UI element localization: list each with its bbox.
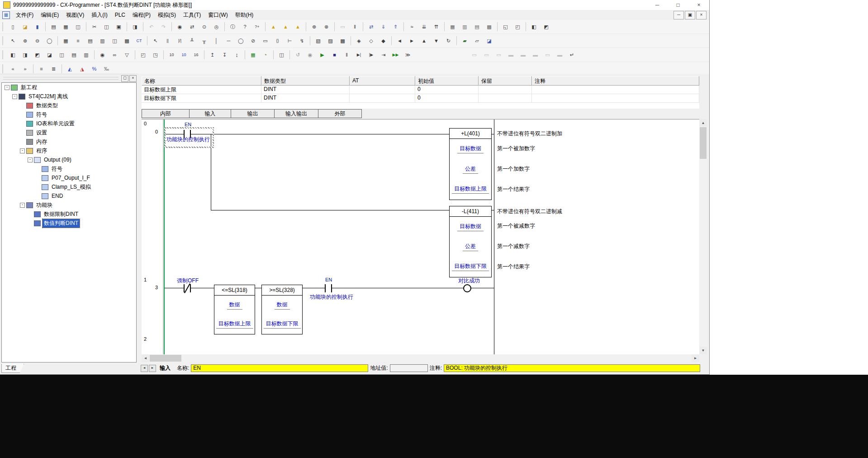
tree-item-fb-data-limit[interactable]: 数据限制DINT [2, 210, 136, 219]
fb-parameter-button[interactable]: ⊢ [284, 35, 295, 46]
monitor-signed-decimal-button[interactable]: 10 [178, 49, 190, 60]
new-closed-or-contact-button[interactable]: ╥ [199, 35, 210, 46]
online-tool-5-button[interactable]: ▬ [517, 49, 529, 60]
continuous-step-button[interactable]: ▶▶ [390, 49, 401, 60]
monitor-window-3-button[interactable]: ▤ [471, 21, 483, 32]
run-mode-button[interactable]: ▭ [337, 21, 348, 32]
save-button[interactable]: ▮ [32, 21, 43, 32]
minimize-button[interactable]: ─ [647, 0, 668, 10]
monitor-window-1-button[interactable]: ▦ [447, 21, 458, 32]
var-tab-1[interactable]: 输入 [189, 109, 231, 118]
indent-increase-button[interactable]: » [19, 63, 31, 74]
new-or-contact-button[interactable]: ╨ [186, 35, 198, 46]
new-contact-button[interactable]: || [162, 35, 173, 46]
return-tool-button[interactable]: ↵ [566, 49, 578, 60]
find-button[interactable]: ◉ [174, 21, 185, 32]
erase-tool-button[interactable]: ↯ [296, 35, 308, 46]
tree-item-section-clamp[interactable]: Clamp_LS_模拟 [2, 182, 136, 191]
online-edit-send-button[interactable]: ◆ [378, 35, 389, 46]
print-button[interactable]: ▦ [60, 21, 71, 32]
online-edit-begin-button[interactable]: ◇ [365, 35, 377, 46]
new-coil-button[interactable]: ◯ [235, 35, 247, 46]
coil-operand-label[interactable]: 对比成功 [458, 277, 480, 285]
fb-tool-1-button[interactable]: ▰ [459, 35, 470, 46]
browse-back-button[interactable]: ◄ [394, 35, 405, 46]
tree-item-symbols[interactable]: 符号 [2, 110, 136, 119]
tree-expander-icon[interactable]: - [12, 94, 17, 99]
var-table-row[interactable]: 目标数据下限DINT0 [142, 94, 699, 103]
project-tab[interactable]: 工程 [1, 364, 24, 373]
var-tab-2[interactable]: 输出 [231, 109, 275, 118]
work-online-button[interactable]: ⇄ [365, 21, 377, 32]
name-input[interactable]: EN [191, 364, 368, 372]
force-reset-button[interactable]: ◮ [76, 63, 88, 74]
online-tool-2-button[interactable]: ▭ [481, 49, 492, 60]
io-comments-button[interactable]: ◫ [109, 35, 120, 46]
fbbar-next-button[interactable]: ► [149, 365, 156, 372]
new-file-button[interactable]: ▯ [7, 21, 19, 32]
close-button[interactable]: × [688, 0, 709, 10]
toolbar-grip[interactable] [2, 22, 5, 31]
fb-tool-2-button[interactable]: ▱ [471, 35, 483, 46]
instruction-operand[interactable]: 公差 [463, 243, 478, 251]
partial-upload-button[interactable]: ⇈ [431, 21, 442, 32]
menu-item-9[interactable]: 帮助(H) [232, 10, 257, 20]
align-lines-1-button[interactable]: ≡ [36, 63, 47, 74]
horizontal-scroll-thumb[interactable] [150, 355, 181, 362]
menu-item-7[interactable]: 工具(T) [180, 10, 204, 20]
toolbar-grip[interactable] [2, 50, 5, 59]
output-coil[interactable] [463, 284, 471, 292]
var-tab-4[interactable]: 外部 [318, 109, 362, 118]
column-header-init[interactable]: 初始值 [415, 76, 479, 86]
column-header-at[interactable]: AT [350, 76, 415, 86]
go-next-diff-button[interactable]: ▼ [431, 35, 442, 46]
pointer-button[interactable]: ↖ [7, 35, 19, 46]
compile-all-button[interactable]: ▲ [280, 21, 291, 32]
online-tool-7-button[interactable]: ▭ [542, 49, 553, 60]
tree-item-plc-st4[interactable]: -ST4[CJ2M] 离线 [2, 92, 136, 101]
find-symbol-button[interactable]: ◉ [97, 49, 108, 60]
horizontal-scrollbar[interactable]: ◄ ► [142, 354, 699, 362]
child-window-icon[interactable]: ▦ [2, 11, 10, 19]
watch-grid-button[interactable]: ▦ [247, 49, 259, 60]
tree-item-program-output[interactable]: -Output (09) [2, 155, 136, 164]
new-closed-coil-button[interactable]: ⊘ [247, 35, 259, 46]
vertical-scroll-thumb[interactable] [700, 127, 707, 159]
scroll-left-button[interactable]: ◄ [142, 354, 149, 362]
instruction-block-add[interactable]: +L(401) 目标数据 公差 目标数据上限 [449, 128, 492, 200]
trigger-pause-button[interactable]: ◔ [260, 49, 271, 60]
ladder-editor[interactable]: 0 0 EN 功能块的控制执行 +L(401) 目标数据 公差 目标数据上限 不… [142, 119, 699, 355]
monitor-window-button[interactable]: ◫ [276, 49, 287, 60]
go-prev-diff-button[interactable]: ▲ [418, 35, 430, 46]
monitor-decimal-button[interactable]: 10 [166, 49, 177, 60]
menu-item-6[interactable]: 模拟(S) [154, 10, 180, 20]
set-value-up-button[interactable]: ↥ [207, 49, 218, 60]
toggle-grid-button[interactable]: ▦ [60, 35, 71, 46]
scroll-down-button[interactable]: ▼ [699, 347, 707, 354]
column-header-type[interactable]: 数据类型 [261, 76, 350, 86]
var-table-empty-row[interactable] [142, 103, 699, 109]
instruction-operand[interactable]: 目标数据 [457, 145, 484, 153]
toolbar-grip[interactable] [2, 64, 5, 73]
zoom-in-button[interactable]: ⊕ [19, 35, 31, 46]
select-tool-button[interactable]: ↖ [150, 35, 161, 46]
dock-pin-button[interactable]: ◻ [121, 75, 128, 82]
var-table-row[interactable]: 目标数据上限DINT0 [142, 86, 699, 94]
copy-button[interactable]: ◫ [101, 21, 112, 32]
force-cancel-all-button[interactable]: % [89, 63, 100, 74]
sim-stop-button[interactable]: ■ [329, 49, 340, 60]
set-value-toggle-button[interactable]: ↨ [231, 49, 242, 60]
tree-item-function-blocks[interactable]: -功能块 [2, 200, 136, 210]
simulator-mode-button[interactable]: ◉ [304, 49, 316, 60]
new-fb-invocation-button[interactable]: ▭ [260, 35, 271, 46]
instruction-operand[interactable]: 公差 [463, 165, 478, 174]
mdi-restore-button[interactable]: ▣ [685, 11, 695, 19]
tree-expander-icon[interactable]: - [28, 157, 33, 162]
compile-button[interactable]: ▲ [268, 21, 279, 32]
undo-button[interactable]: ↶ [146, 21, 157, 32]
pause-button[interactable]: ‖ [349, 21, 360, 32]
replace-button[interactable]: ⇄ [186, 21, 198, 32]
simulator-online-button[interactable]: ↺ [292, 49, 304, 60]
paste-button[interactable]: ▣ [113, 21, 124, 32]
show-io-comment-button[interactable]: ▥ [81, 49, 92, 60]
